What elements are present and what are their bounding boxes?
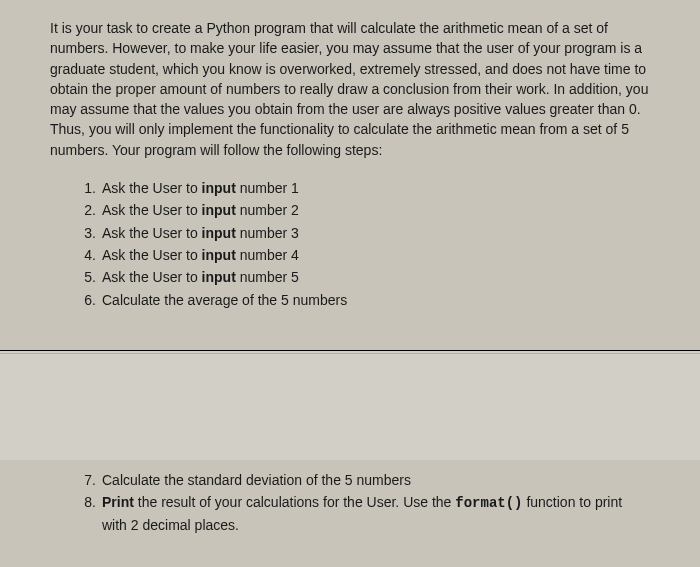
steps-list-upper: 1.Ask the User to input number 1 2.Ask t… — [50, 178, 668, 310]
step-text-bold: input — [202, 180, 236, 196]
step-text-pre: Ask the User to — [102, 180, 202, 196]
step-text-post: number 2 — [236, 202, 299, 218]
step-number: 7. — [78, 470, 96, 490]
step-number: 2. — [78, 200, 96, 220]
step-text-post: number 3 — [236, 225, 299, 241]
step-text-post: number 5 — [236, 269, 299, 285]
step-text-pre: Calculate the average of the 5 numbers — [102, 292, 347, 308]
list-item-continuation: with 2 decimal places. — [78, 515, 668, 535]
list-item: 1.Ask the User to input number 1 — [78, 178, 668, 198]
code-text: format() — [455, 495, 522, 511]
step-text-pre: Ask the User to — [102, 225, 202, 241]
step-number: 1. — [78, 178, 96, 198]
step-number: 3. — [78, 223, 96, 243]
step-text-cont: with 2 decimal places. — [102, 517, 239, 533]
step-text-bold: input — [202, 225, 236, 241]
step-text-mid2: function to print — [523, 494, 623, 510]
list-item: 2.Ask the User to input number 2 — [78, 200, 668, 220]
step-text-pre: Ask the User to — [102, 269, 202, 285]
step-number: 8. — [78, 492, 96, 512]
page-divider — [0, 350, 700, 460]
list-item: 3.Ask the User to input number 3 — [78, 223, 668, 243]
step-text-bold: input — [202, 202, 236, 218]
step-number: 6. — [78, 290, 96, 310]
step-number: 4. — [78, 245, 96, 265]
steps-list-lower: 7.Calculate the standard deviation of th… — [78, 470, 668, 536]
step-text-pre: Ask the User to — [102, 247, 202, 263]
step-text-mid: the result of your calculations for the … — [134, 494, 455, 510]
list-item: 6.Calculate the average of the 5 numbers — [78, 290, 668, 310]
step-text-bold: input — [202, 269, 236, 285]
step-text-post: number 4 — [236, 247, 299, 263]
list-item: 4.Ask the User to input number 4 — [78, 245, 668, 265]
list-item: 8.Print the result of your calculations … — [78, 492, 668, 513]
step-text: Calculate the standard deviation of the … — [102, 472, 411, 488]
step-number: 5. — [78, 267, 96, 287]
step-text-post: number 1 — [236, 180, 299, 196]
list-item: 5.Ask the User to input number 5 — [78, 267, 668, 287]
step-text-pre: Ask the User to — [102, 202, 202, 218]
list-item: 7.Calculate the standard deviation of th… — [78, 470, 668, 490]
step-text-bold: input — [202, 247, 236, 263]
step-text-bold: Print — [102, 494, 134, 510]
intro-paragraph: It is your task to create a Python progr… — [50, 18, 668, 160]
